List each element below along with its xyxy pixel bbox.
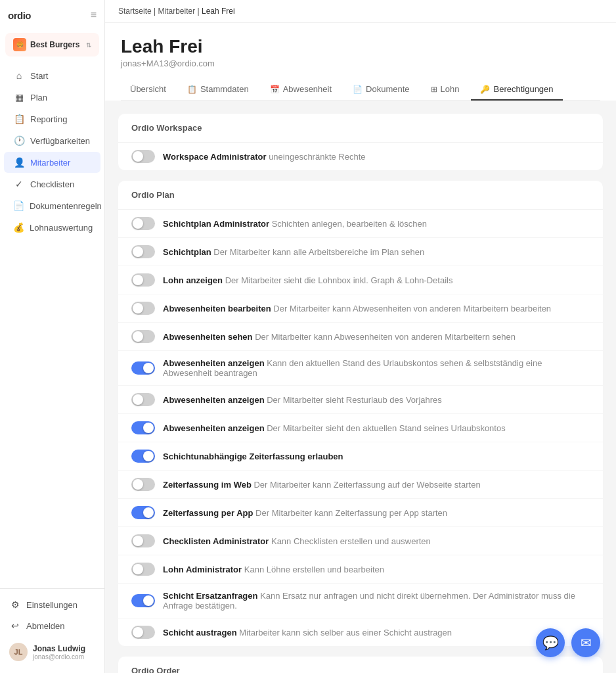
- toggle-lohn-admin[interactable]: [131, 563, 155, 576]
- sidebar-footer-label: Abmelden: [26, 621, 65, 631]
- permission-zeiterfassung-app-text: Zeiterfassung per App Der Mitarbeiter ka…: [163, 508, 590, 518]
- sidebar-item-start[interactable]: ⌂ Start: [4, 65, 100, 86]
- sidebar-item-label: Verfügbarkeiten: [30, 136, 90, 146]
- section-order: Ordio Order Order Administrator Order K: [118, 657, 603, 673]
- permission-schichtplan: Schichtplan Der Mitarbeiter kann alle Ar…: [118, 238, 603, 266]
- section-workspace-title: Ordio Workspace: [118, 114, 603, 143]
- section-plan: Ordio Plan Schichtplan Administrator Sch…: [118, 181, 603, 646]
- permission-abwesenheiten-bearbeiten-text: Abwesenheiten bearbeiten Der Mitarbeiter…: [163, 304, 590, 313]
- tab-dokumente-label: Dokumente: [366, 84, 409, 94]
- tab-ubersicht-label: Übersicht: [130, 84, 166, 94]
- sidebar-footer-label: Einstellungen: [26, 600, 77, 610]
- tab-lohn-label: Lohn: [441, 84, 460, 94]
- tab-abwesenheit-label: Abwesenheit: [283, 84, 332, 94]
- toggle-abwesenheiten-anzeigen-3[interactable]: [131, 421, 155, 434]
- lohn-icon: ⊞: [431, 85, 437, 94]
- permission-zeiterfassung-web: Zeiterfassung im Web Der Mitarbeiter kan…: [118, 471, 603, 499]
- tab-stammdaten-label: Stammdaten: [200, 84, 249, 94]
- permission-abwesenheiten-anzeigen-1-text: Abwesenheiten anzeigen Kann den aktuelle…: [163, 358, 590, 378]
- breadcrumb-start[interactable]: Startseite: [118, 7, 152, 16]
- toggle-schichtplan[interactable]: [131, 245, 155, 258]
- breadcrumb-current: Leah Frei: [202, 7, 235, 16]
- toggle-zeiterfassung-web[interactable]: [131, 478, 155, 491]
- permission-schichtunabhaengig: Schichtunabhängige Zeiterfassung erlaube…: [118, 442, 603, 471]
- plan-icon: ▦: [13, 92, 25, 103]
- toggle-abwesenheiten-sehen[interactable]: [131, 330, 155, 343]
- toggle-schicht-austragen[interactable]: [131, 626, 155, 639]
- company-switcher[interactable]: 🍔 Best Burgers ⇅: [5, 33, 99, 57]
- sidebar-item-label: Reporting: [30, 114, 67, 124]
- envelope-icon: ✉: [581, 635, 592, 651]
- document-icon: 📄: [13, 200, 24, 211]
- chat-fab-button[interactable]: 💬: [536, 628, 565, 657]
- sidebar-item-lohnauswertung[interactable]: 💰 Lohnauswertung: [4, 217, 100, 238]
- sidebar-item-verfugbarkeiten[interactable]: 🕐 Verfügbarkeiten: [4, 130, 100, 151]
- toggle-zeiterfassung-app[interactable]: [131, 506, 155, 519]
- permission-abwesenheiten-anzeigen-2: Abwesenheiten anzeigen Der Mitarbeiter s…: [118, 386, 603, 414]
- sidebar-item-dokumentenregeln[interactable]: 📄 Dokumentenregeln: [4, 195, 100, 216]
- user-info: Jonas Ludwig jonas@ordio.com: [33, 644, 85, 661]
- breadcrumb: Startseite | Mitarbeiter | Leah Frei: [105, 0, 616, 23]
- sidebar-item-label: Mitarbeiter: [30, 158, 70, 168]
- tab-stammdaten[interactable]: 📋 Stammdaten: [178, 79, 258, 101]
- permission-checklisten-admin: Checklisten Administrator Kann Checklist…: [118, 527, 603, 555]
- permission-lohn-admin: Lohn Administrator Kann Löhne erstellen …: [118, 555, 603, 584]
- permission-schicht-ersatz: Schicht Ersatzanfragen Kann Ersatz nur a…: [118, 584, 603, 618]
- breadcrumb-mitarbeiter[interactable]: Mitarbeiter: [158, 7, 196, 16]
- permission-zeiterfassung-web-text: Zeiterfassung im Web Der Mitarbeiter kan…: [163, 480, 590, 490]
- reporting-icon: 📋: [13, 114, 25, 124]
- toggle-workspace-admin[interactable]: [131, 150, 155, 163]
- section-workspace: Ordio Workspace Workspace Administrator …: [118, 114, 603, 170]
- main-content: Startseite | Mitarbeiter | Leah Frei Lea…: [105, 0, 616, 673]
- sidebar-nav: ⌂ Start ▦ Plan 📋 Reporting 🕐 Verfügbarke…: [0, 59, 104, 588]
- sidebar-item-label: Checklisten: [30, 179, 74, 189]
- permission-schicht-ersatz-text: Schicht Ersatzanfragen Kann Ersatz nur a…: [163, 591, 590, 611]
- stammdaten-icon: 📋: [187, 85, 197, 94]
- user-profile[interactable]: JL Jonas Ludwig jonas@ordio.com: [0, 636, 104, 668]
- tab-abwesenheit[interactable]: 📅 Abwesenheit: [261, 79, 341, 101]
- content-area: Ordio Workspace Workspace Administrator …: [105, 101, 616, 673]
- sidebar-footer: ⚙ Einstellungen ↩ Abmelden JL Jonas Ludw…: [0, 588, 104, 673]
- page-header: Leah Frei jonas+MA13@ordio.com Übersicht…: [105, 23, 616, 101]
- tab-berechtigungen[interactable]: 🔑 Berechtigungen: [471, 79, 562, 101]
- toggle-abwesenheiten-bearbeiten[interactable]: [131, 302, 155, 315]
- permission-abwesenheiten-sehen-text: Abwesenheiten sehen Der Mitarbeiter kann…: [163, 332, 590, 342]
- permission-schichtplan-admin-text: Schichtplan Administrator Schichten anle…: [163, 219, 590, 229]
- message-fab-button[interactable]: ✉: [571, 628, 600, 657]
- logout-icon: ↩: [9, 620, 21, 631]
- sidebar-toggle-icon[interactable]: ≡: [91, 9, 97, 21]
- permission-abwesenheiten-bearbeiten: Abwesenheiten bearbeiten Der Mitarbeiter…: [118, 294, 603, 323]
- toggle-abwesenheiten-anzeigen-1[interactable]: [131, 361, 155, 375]
- toggle-schichtunabhaengig[interactable]: [131, 450, 155, 463]
- sidebar-item-plan[interactable]: ▦ Plan: [4, 87, 100, 108]
- toggle-checklisten-admin[interactable]: [131, 534, 155, 547]
- money-icon: 💰: [13, 222, 24, 233]
- user-name: Jonas Ludwig: [33, 644, 85, 653]
- sidebar-item-abmelden[interactable]: ↩ Abmelden: [0, 615, 104, 636]
- tab-dokumente[interactable]: 📄 Dokumente: [343, 79, 418, 101]
- company-name: 🍔 Best Burgers: [13, 38, 79, 51]
- sidebar-item-checklisten[interactable]: ✓ Checklisten: [4, 174, 100, 195]
- permission-abwesenheiten-anzeigen-3-text: Abwesenheiten anzeigen Der Mitarbeiter s…: [163, 423, 590, 433]
- toggle-abwesenheiten-anzeigen-2[interactable]: [131, 393, 155, 406]
- dokumente-icon: 📄: [353, 85, 363, 94]
- tab-lohn[interactable]: ⊞ Lohn: [422, 79, 469, 101]
- toggle-schichtplan-admin[interactable]: [131, 217, 155, 230]
- gear-icon: ⚙: [9, 599, 21, 610]
- sidebar-item-reporting[interactable]: 📋 Reporting: [4, 108, 100, 129]
- tab-ubersicht[interactable]: Übersicht: [121, 79, 175, 101]
- home-icon: ⌂: [13, 70, 25, 81]
- chat-icon: 💬: [542, 635, 559, 651]
- permission-workspace-admin: Workspace Administrator uneingeschränkte…: [118, 143, 603, 170]
- permission-workspace-admin-text: Workspace Administrator uneingeschränkte…: [163, 152, 590, 162]
- avatar: JL: [9, 643, 28, 661]
- toggle-lohn-anzeigen[interactable]: [131, 273, 155, 287]
- permission-schichtplan-text: Schichtplan Der Mitarbeiter kann alle Ar…: [163, 247, 590, 257]
- permission-lohn-admin-text: Lohn Administrator Kann Löhne erstellen …: [163, 565, 590, 574]
- clock-icon: 🕐: [13, 135, 25, 146]
- sidebar-item-einstellungen[interactable]: ⚙ Einstellungen: [0, 594, 104, 615]
- permission-abwesenheiten-anzeigen-2-text: Abwesenheiten anzeigen Der Mitarbeiter s…: [163, 395, 590, 405]
- sidebar-item-label: Start: [30, 71, 48, 81]
- sidebar-item-mitarbeiter[interactable]: 👤 Mitarbeiter: [4, 152, 100, 173]
- toggle-schicht-ersatz[interactable]: [131, 594, 155, 607]
